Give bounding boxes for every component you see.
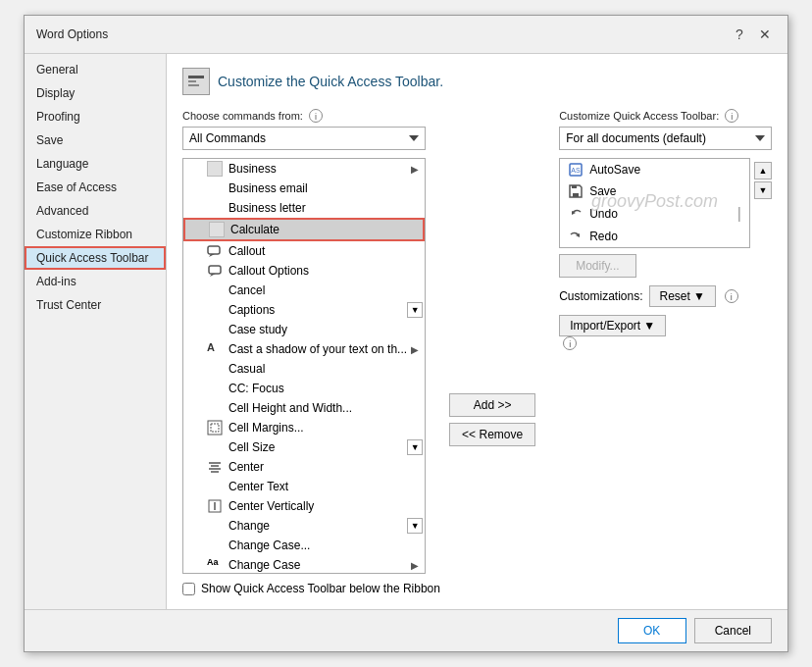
customizations-label: Customizations: — [559, 289, 642, 303]
cancel-button[interactable]: Cancel — [694, 618, 772, 643]
command-item[interactable]: Cell Size▼ — [183, 437, 425, 457]
command-item[interactable]: Cell Height and Width... — [183, 398, 425, 418]
middle-buttons: Add >> << Remove — [441, 109, 543, 574]
toolbar-scope-dropdown[interactable]: For all documents (default) For this doc… — [559, 127, 772, 150]
toolbar-item[interactable]: Undo| — [560, 202, 749, 226]
command-icon — [207, 479, 223, 494]
command-label: Business email — [228, 181, 308, 195]
scroll-down-button[interactable]: ▼ — [754, 181, 772, 199]
modify-button[interactable]: Modify... — [559, 254, 635, 278]
show-below-label[interactable]: Show Quick Access Toolbar below the Ribb… — [182, 582, 440, 595]
command-label: Change — [228, 519, 270, 533]
command-item[interactable]: Center Vertically — [183, 496, 425, 516]
command-label: CC: Focus — [228, 382, 284, 395]
commands-list[interactable]: Business▶Business emailBusiness letterCa… — [182, 158, 426, 574]
command-item[interactable]: AaChange Case▶ — [183, 555, 425, 574]
expand-arrow-icon: ▶ — [411, 560, 419, 571]
expand-button[interactable]: ▼ — [407, 518, 423, 534]
svg-rect-22 — [573, 193, 579, 197]
right-info-icon: i — [725, 109, 738, 123]
sidebar-item-ease-of-access[interactable]: Ease of Access — [25, 176, 166, 199]
command-icon — [207, 282, 223, 298]
command-icon — [207, 400, 223, 416]
command-item[interactable]: Captions▼ — [183, 300, 425, 320]
svg-rect-0 — [188, 76, 204, 78]
sidebar-item-customize-ribbon[interactable]: Customize Ribbon — [25, 223, 166, 246]
command-item[interactable]: Case study — [183, 320, 425, 339]
command-item[interactable]: Change Case... — [183, 536, 425, 555]
toolbar-item[interactable]: Save — [560, 180, 749, 202]
command-label: Captions — [228, 303, 275, 317]
expand-button[interactable]: ▼ — [407, 302, 423, 318]
svg-rect-2 — [188, 84, 199, 86]
left-panel: Choose commands from: i All Commands Pop… — [182, 109, 426, 574]
command-icon — [209, 222, 225, 237]
sidebar-item-proofing[interactable]: Proofing — [25, 105, 166, 128]
left-panel-label: Choose commands from: i — [182, 109, 426, 123]
reset-button[interactable]: Reset ▼ — [649, 285, 716, 307]
command-label: Cancel — [228, 283, 265, 297]
command-item[interactable]: Casual — [183, 359, 425, 379]
toolbar-icon — [182, 68, 210, 95]
remove-button[interactable]: << Remove — [449, 423, 535, 446]
command-item[interactable]: Business letter — [183, 198, 425, 218]
command-icon — [207, 518, 223, 534]
ok-button[interactable]: OK — [618, 618, 686, 643]
command-label: Change Case... — [228, 539, 310, 552]
svg-rect-1 — [188, 80, 196, 82]
sidebar-item-quick-access-toolbar[interactable]: Quick Access Toolbar — [25, 246, 166, 270]
command-item[interactable]: Business▶ — [183, 159, 425, 179]
command-icon: A — [207, 341, 223, 357]
sidebar-item-add-ins[interactable]: Add-ins — [25, 270, 166, 293]
toolbar-item[interactable]: Redo — [560, 226, 749, 247]
command-item[interactable]: Callout Options — [183, 261, 425, 281]
scroll-buttons: ▲ ▼ — [754, 158, 772, 199]
sidebar: GeneralDisplayProofingSaveLanguageEase o… — [25, 54, 167, 609]
command-icon — [207, 420, 223, 436]
expand-button[interactable]: ▼ — [407, 439, 423, 455]
toolbar-item[interactable]: ASAutoSave — [560, 159, 749, 180]
command-icon: Aa — [207, 557, 223, 573]
scroll-up-button[interactable]: ▲ — [754, 162, 772, 180]
sidebar-item-trust-center[interactable]: Trust Center — [25, 293, 166, 317]
command-item[interactable]: Business email — [183, 179, 425, 198]
command-item[interactable]: Cancel — [183, 281, 425, 300]
commands-dropdown[interactable]: All Commands Popular Commands Commands N… — [182, 127, 426, 150]
command-item[interactable]: Change▼ — [183, 516, 425, 536]
toolbar-item-label: Redo — [589, 230, 618, 243]
command-icon — [207, 322, 223, 337]
command-item[interactable]: ACast a shadow of your text on th...▶ — [183, 339, 425, 359]
add-button[interactable]: Add >> — [449, 393, 535, 417]
command-label: Business letter — [228, 201, 306, 215]
right-panel-label: Customize Quick Access Toolbar: i — [559, 109, 772, 123]
svg-rect-5 — [209, 266, 221, 274]
title-bar: Word Options ? ✕ — [25, 16, 787, 54]
command-item[interactable]: CC: Focus — [183, 379, 425, 398]
command-icon — [207, 381, 223, 396]
command-label: Callout — [228, 244, 265, 258]
main-section-title: Customize the Quick Access Toolbar. — [182, 68, 772, 95]
sidebar-item-display[interactable]: Display — [25, 81, 166, 105]
title-bar-left: Word Options — [36, 27, 108, 41]
close-button[interactable]: ✕ — [754, 24, 776, 45]
command-item[interactable]: Center — [183, 457, 425, 477]
command-item[interactable]: Cell Margins... — [183, 418, 425, 437]
command-item[interactable]: Center Text — [183, 477, 425, 496]
word-options-dialog: Word Options ? ✕ GeneralDisplayProofingS… — [24, 15, 788, 652]
toolbar-items-list[interactable]: ASAutoSaveSaveUndo|RedogroovyPost.com — [559, 158, 750, 248]
command-label: Cell Size — [228, 440, 275, 454]
import-export-button[interactable]: Import/Export ▼ — [559, 315, 666, 336]
sidebar-item-advanced[interactable]: Advanced — [25, 199, 166, 223]
command-icon — [207, 361, 223, 377]
show-below-checkbox[interactable] — [182, 583, 195, 595]
command-item[interactable]: Callout — [183, 241, 425, 261]
sidebar-item-language[interactable]: Language — [25, 152, 166, 176]
sidebar-item-general[interactable]: General — [25, 58, 166, 81]
help-button[interactable]: ? — [729, 24, 750, 45]
dialog-body: GeneralDisplayProofingSaveLanguageEase o… — [25, 54, 787, 609]
sidebar-item-save[interactable]: Save — [25, 128, 166, 152]
command-icon — [207, 498, 223, 514]
separator-icon: | — [737, 205, 741, 223]
command-item[interactable]: Calculate — [183, 218, 425, 241]
command-label: Center — [228, 460, 264, 474]
